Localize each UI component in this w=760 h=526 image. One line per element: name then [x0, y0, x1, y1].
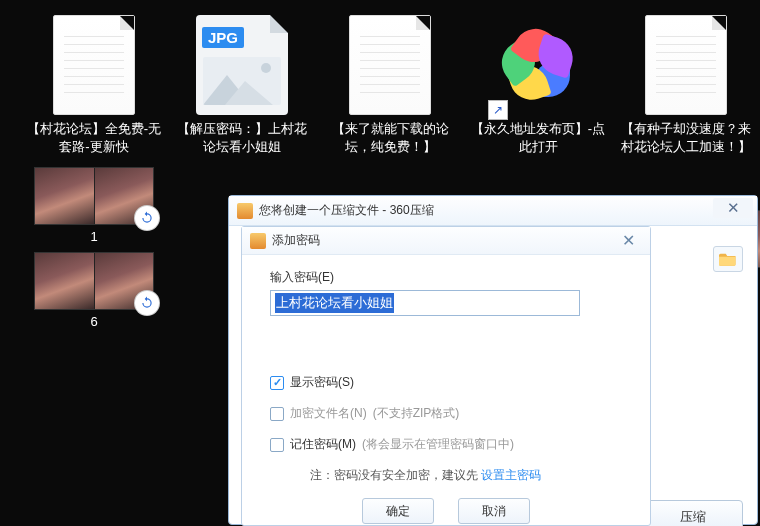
video-thumbnail-icon	[34, 252, 154, 310]
file-item[interactable]: ↗ 【永久地址发布页】-点此打开	[464, 8, 612, 159]
encrypt-filename-label: 加密文件名(N)	[290, 405, 367, 422]
folder-icon	[719, 252, 737, 266]
video-file-item[interactable]: 6	[20, 248, 168, 333]
remember-password-label: 记住密码(M)	[290, 436, 356, 453]
file-item[interactable]: 【村花论坛】全免费-无套路-更新快	[20, 8, 168, 159]
archive-app-icon	[250, 233, 266, 249]
refresh-overlay-icon	[135, 291, 159, 315]
archive-app-icon	[237, 203, 253, 219]
text-file-icon	[342, 12, 438, 118]
shortcut-arrow-icon: ↗	[488, 100, 508, 120]
video-caption: 1	[90, 229, 97, 244]
video-caption: 6	[90, 314, 97, 329]
compress-button[interactable]: 压缩	[643, 500, 743, 526]
create-archive-dialog: 您将创建一个压缩文件 - 360压缩 ✕ 压缩 添加密码 ✕ 输入密码(E) 上…	[228, 195, 758, 525]
video-file-item[interactable]: 1	[20, 163, 168, 248]
dialog-titlebar[interactable]: 添加密码	[242, 227, 650, 255]
jpg-file-icon: JPG	[194, 12, 290, 118]
video-thumbnail-icon	[34, 167, 154, 225]
show-password-label: 显示密码(S)	[290, 374, 354, 391]
password-input[interactable]: 上村花论坛看小姐姐	[270, 290, 580, 316]
add-password-dialog: 添加密码 ✕ 输入密码(E) 上村花论坛看小姐姐 显示密码(S) 加密文件名(N…	[241, 226, 651, 526]
remember-password-hint: (将会显示在管理密码窗口中)	[362, 436, 514, 453]
password-footnote: 注：密码没有安全加密，建议先 设置主密码	[270, 467, 622, 484]
cancel-button[interactable]: 取消	[458, 498, 530, 524]
ok-button[interactable]: 确定	[362, 498, 434, 524]
encrypt-filename-hint: (不支持ZIP格式)	[373, 405, 460, 422]
dialog-titlebar[interactable]: 您将创建一个压缩文件 - 360压缩	[229, 196, 757, 226]
browse-folder-button[interactable]	[713, 246, 743, 272]
set-master-password-link[interactable]: 设置主密码	[481, 468, 541, 482]
file-item[interactable]: 【来了就能下载的论坛，纯免费！】	[316, 8, 464, 159]
password-value: 上村花论坛看小姐姐	[275, 293, 394, 313]
file-label: 【解压密码：】上村花论坛看小姐姐	[172, 120, 312, 155]
jpg-badge: JPG	[202, 27, 244, 48]
text-file-icon	[46, 12, 142, 118]
file-label: 【来了就能下载的论坛，纯免费！】	[320, 120, 460, 155]
remember-password-checkbox[interactable]	[270, 438, 284, 452]
dialog-title: 您将创建一个压缩文件 - 360压缩	[259, 202, 434, 219]
file-label: 【有种子却没速度？来村花论坛人工加速！】	[616, 120, 756, 155]
password-label: 输入密码(E)	[270, 269, 622, 286]
close-button[interactable]: ✕	[612, 231, 644, 249]
refresh-overlay-icon	[135, 206, 159, 230]
text-file-icon	[638, 12, 734, 118]
file-label: 【永久地址发布页】-点此打开	[468, 120, 608, 155]
show-password-checkbox[interactable]	[270, 376, 284, 390]
url-shortcut-icon: ↗	[490, 12, 586, 118]
file-item[interactable]: 【有种子却没速度？来村花论坛人工加速！】	[612, 8, 760, 159]
dialog-title: 添加密码	[272, 232, 320, 249]
encrypt-filename-checkbox[interactable]	[270, 407, 284, 421]
file-item[interactable]: JPG 【解压密码：】上村花论坛看小姐姐	[168, 8, 316, 159]
close-button[interactable]: ✕	[713, 198, 753, 218]
file-label: 【村花论坛】全免费-无套路-更新快	[24, 120, 164, 155]
